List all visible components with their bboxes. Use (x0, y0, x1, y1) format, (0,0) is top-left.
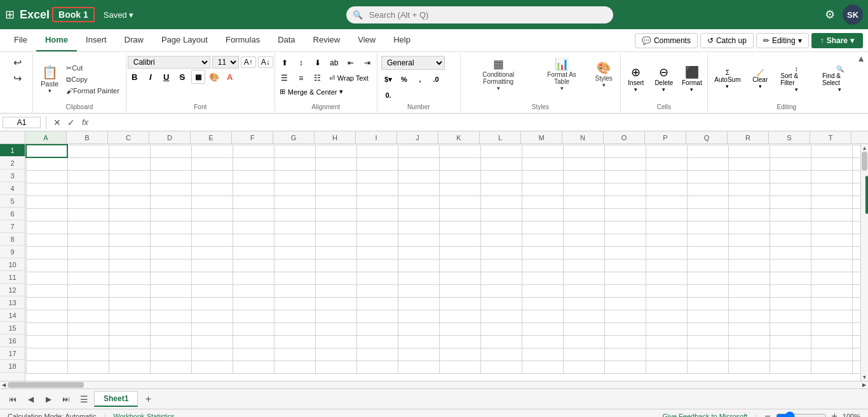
tab-file[interactable]: File (5, 29, 36, 51)
cell-I15[interactable] (356, 322, 398, 335)
cell-H14[interactable] (315, 310, 356, 322)
cell-Q16[interactable] (687, 335, 728, 348)
cell-B8[interactable] (67, 234, 109, 246)
row-header-16[interactable]: 16 (0, 334, 25, 347)
cell-M3[interactable] (522, 170, 563, 183)
cell-F15[interactable] (233, 322, 274, 335)
cell-M4[interactable] (522, 183, 563, 195)
cell-F1[interactable] (233, 145, 274, 157)
cell-C6[interactable] (109, 208, 150, 221)
cell-P2[interactable] (646, 157, 687, 170)
cell-S4[interactable] (770, 183, 811, 195)
number-format-select[interactable]: General (381, 56, 445, 70)
cell-F4[interactable] (233, 183, 274, 195)
cell-R1[interactable] (728, 145, 770, 157)
format-as-table-button[interactable]: 📊 Format As Table ▾ (536, 56, 587, 93)
cell-R6[interactable] (728, 208, 770, 221)
cell-J8[interactable] (398, 234, 439, 246)
cell-L4[interactable] (480, 183, 522, 195)
cell-B15[interactable] (67, 322, 109, 335)
conditional-formatting-button[interactable]: ▦ Conditional Formatting ▾ (465, 56, 532, 93)
cell-C10[interactable] (109, 259, 150, 272)
cell-J4[interactable] (398, 183, 439, 195)
cell-O7[interactable] (604, 221, 646, 234)
cell-A4[interactable] (26, 183, 67, 195)
cell-E15[interactable] (191, 322, 233, 335)
cell-N18[interactable] (563, 361, 604, 373)
cell-E10[interactable] (191, 259, 233, 272)
sheet-list-button[interactable]: ☰ (76, 392, 92, 407)
row-header-3[interactable]: 3 (0, 169, 25, 182)
cell-H17[interactable] (315, 348, 356, 361)
horizontal-scrollbar[interactable]: ◀ ▶ (0, 381, 868, 388)
cell-E12[interactable] (191, 284, 233, 297)
cell-T3[interactable] (811, 170, 852, 183)
cell-P6[interactable] (646, 208, 687, 221)
cell-J9[interactable] (398, 246, 439, 259)
tab-view[interactable]: View (349, 29, 384, 51)
cell-H16[interactable] (315, 335, 356, 348)
cell-R17[interactable] (728, 348, 770, 361)
cell-B12[interactable] (67, 284, 109, 297)
cell-T2[interactable] (811, 157, 852, 170)
cell-T12[interactable] (811, 284, 852, 297)
cell-D10[interactable] (150, 259, 191, 272)
cell-H15[interactable] (315, 322, 356, 335)
cell-S17[interactable] (770, 348, 811, 361)
col-header-Q[interactable]: Q (686, 131, 728, 143)
cell-F3[interactable] (233, 170, 274, 183)
cell-J5[interactable] (398, 195, 439, 208)
cell-J6[interactable] (398, 208, 439, 221)
cell-D3[interactable] (150, 170, 191, 183)
cell-R18[interactable] (728, 361, 770, 373)
cell-J1[interactable] (398, 145, 439, 157)
cell-N15[interactable] (563, 322, 604, 335)
cell-E13[interactable] (191, 297, 233, 310)
cell-M18[interactable] (522, 361, 563, 373)
cell-K15[interactable] (439, 322, 480, 335)
cell-I18[interactable] (356, 361, 398, 373)
scroll-thumb-horizontal[interactable] (8, 382, 84, 388)
cell-T18[interactable] (811, 361, 852, 373)
feedback-link[interactable]: Give Feedback to Microsoft (662, 413, 747, 418)
cell-Q13[interactable] (687, 297, 728, 310)
cell-I7[interactable] (356, 221, 398, 234)
row-header-13[interactable]: 13 (0, 296, 25, 309)
cell-C14[interactable] (109, 310, 150, 322)
cell-U16[interactable] (852, 335, 860, 348)
catchup-button[interactable]: ↺ Catch up (700, 33, 754, 48)
cell-N8[interactable] (563, 234, 604, 246)
cell-Q14[interactable] (687, 310, 728, 322)
indent-increase-button[interactable]: ⇥ (360, 56, 375, 70)
cell-C3[interactable] (109, 170, 150, 183)
cell-M7[interactable] (522, 221, 563, 234)
cell-F12[interactable] (233, 284, 274, 297)
cell-D14[interactable] (150, 310, 191, 322)
font-size-increase-button[interactable]: A↑ (241, 56, 256, 68)
cell-L5[interactable] (480, 195, 522, 208)
cell-A1[interactable] (26, 145, 67, 157)
cell-R15[interactable] (728, 322, 770, 335)
cell-T7[interactable] (811, 221, 852, 234)
name-box[interactable] (3, 117, 41, 128)
cell-G4[interactable] (274, 183, 315, 195)
cell-F10[interactable] (233, 259, 274, 272)
scroll-track-horizontal[interactable] (8, 381, 860, 389)
cell-A3[interactable] (26, 170, 67, 183)
cell-D15[interactable] (150, 322, 191, 335)
cell-N1[interactable] (563, 145, 604, 157)
cell-U7[interactable] (852, 221, 860, 234)
cell-A17[interactable] (26, 348, 67, 361)
cell-N4[interactable] (563, 183, 604, 195)
cell-N14[interactable] (563, 310, 604, 322)
cell-J15[interactable] (398, 322, 439, 335)
cell-K7[interactable] (439, 221, 480, 234)
workbook-stats-button[interactable]: Workbook Statistics (113, 413, 174, 418)
saved-button[interactable]: Saved ▾ (100, 8, 137, 22)
cell-L10[interactable] (480, 259, 522, 272)
cell-C12[interactable] (109, 284, 150, 297)
cell-B4[interactable] (67, 183, 109, 195)
cell-G14[interactable] (274, 310, 315, 322)
align-middle-button[interactable]: ↕ (294, 56, 309, 70)
cell-G5[interactable] (274, 195, 315, 208)
